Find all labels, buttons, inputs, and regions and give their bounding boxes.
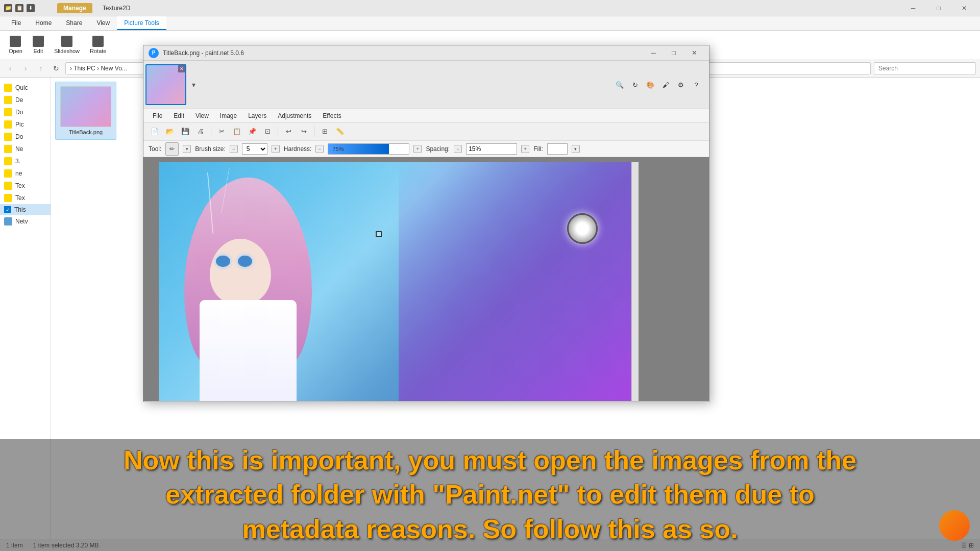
toolbar-save-button[interactable]: 💾 (178, 124, 192, 139)
folder-icon (4, 96, 12, 104)
hardness-minus-button[interactable]: − (315, 145, 324, 153)
sidebar-item-ne[interactable]: Ne (0, 143, 51, 155)
menu-layers[interactable]: Layers (243, 111, 272, 121)
pencil-tool-icon[interactable]: ✏ (165, 142, 179, 156)
paintnet-close-button[interactable]: ✕ (684, 47, 704, 59)
tab-manage[interactable]: Manage (57, 3, 92, 13)
tool-settings-icon[interactable]: ⚙ (674, 78, 688, 91)
canvas-scrollbar-vertical[interactable] (631, 162, 639, 401)
thumbnail-scroll-arrow[interactable]: ▾ (188, 80, 199, 90)
brush-size-label: Brush size: (195, 145, 225, 153)
toolbar-undo-button[interactable]: ↩ (281, 124, 296, 139)
tool-dropdown-button[interactable]: ▾ (183, 145, 191, 153)
tool-color-wheel-icon[interactable]: 🎨 (644, 78, 657, 91)
paintnet-minimize-button[interactable]: ─ (644, 47, 663, 59)
character-orb (567, 213, 598, 244)
ribbon-tab-row: File Home Share View Picture Tools (0, 16, 980, 31)
sidebar-item-label: Netv (15, 218, 28, 225)
sidebar-item-this-pc[interactable]: ✓ This (0, 204, 51, 215)
quick-icon-clipboard[interactable]: 📋 (15, 4, 23, 12)
ribbon-tab-picture-tools[interactable]: Picture Tools (117, 16, 166, 30)
toolbar-cut-button[interactable]: ✂ (214, 124, 229, 139)
explorer-close-button[interactable]: ✕ (952, 1, 976, 15)
nav-forward-button[interactable]: › (19, 62, 32, 74)
nav-up-button[interactable]: ↑ (35, 62, 47, 74)
folder-icon (4, 194, 12, 202)
ribbon-tab-home[interactable]: Home (28, 16, 59, 30)
menu-file[interactable]: File (148, 111, 167, 121)
brush-size-select[interactable]: 5 10 15 20 (242, 143, 267, 155)
sidebar-item-ne2[interactable]: ne (0, 167, 51, 180)
paintnet-window-controls: ─ □ ✕ (644, 47, 704, 59)
ribbon-btn-rotate[interactable]: Rotate (85, 33, 111, 57)
hardness-plus-button[interactable]: + (413, 145, 422, 153)
ribbon-btn-open[interactable]: Open (4, 33, 27, 57)
toolbar-open-button[interactable]: 📂 (163, 124, 177, 139)
explorer-titlebar: 📁 📋 ⬇ Manage Texture2D ─ □ ✕ (0, 0, 980, 16)
explorer-maximize-button[interactable]: □ (927, 1, 950, 15)
sidebar-item-de[interactable]: De (0, 94, 51, 106)
menu-adjustments[interactable]: Adjustments (273, 111, 316, 121)
ribbon-tab-view[interactable]: View (89, 16, 117, 30)
folder-icon (4, 84, 12, 92)
toolbar-grid-button[interactable]: ⊞ (317, 124, 332, 139)
sidebar-item-pic[interactable]: Pic (0, 118, 51, 131)
folder-icon (4, 120, 12, 129)
slideshow-icon (61, 36, 72, 47)
sidebar-item-label: Tex (15, 194, 25, 202)
toolbar-print-button[interactable]: 🖨 (193, 124, 208, 139)
toolbar-separator-2 (278, 126, 278, 137)
brush-size-plus-button[interactable]: + (272, 145, 280, 153)
toolbar-new-button[interactable]: 📄 (148, 124, 162, 139)
toolbar-ruler-button[interactable]: 📏 (333, 124, 347, 139)
toolbar-copy-button[interactable]: 📋 (230, 124, 244, 139)
canvas-image (159, 162, 639, 401)
menu-edit[interactable]: Edit (168, 111, 189, 121)
ribbon-btn-edit[interactable]: Edit (28, 33, 48, 57)
toolbar-redo-button[interactable]: ↪ (297, 124, 311, 139)
thumbnail-close-button[interactable]: ✕ (178, 65, 185, 72)
explorer-window-controls: ─ □ ✕ (901, 1, 976, 15)
sidebar-item-tex2[interactable]: Tex (0, 192, 51, 204)
thumb-image (61, 87, 111, 127)
menu-image[interactable]: Image (215, 111, 242, 121)
nav-back-button[interactable]: ‹ (4, 62, 16, 74)
spacing-input[interactable] (466, 143, 517, 155)
spacing-minus-button[interactable]: − (454, 145, 462, 153)
paintnet-canvas-area[interactable] (143, 157, 709, 401)
quick-icon-down[interactable]: ⬇ (27, 4, 35, 12)
file-item-titleback[interactable]: TitleBack.png (55, 82, 116, 140)
explorer-minimize-button[interactable]: ─ (901, 1, 925, 15)
toolbar-paste-button[interactable]: 📌 (245, 124, 259, 139)
search-input[interactable] (874, 62, 976, 74)
tool-help-icon[interactable]: ? (690, 78, 703, 91)
tool-palette-icon[interactable]: 🖌 (659, 78, 672, 91)
hardness-bar[interactable]: 75% (328, 143, 409, 155)
character-face (210, 239, 271, 305)
menu-effects[interactable]: Effects (317, 111, 346, 121)
quick-icon-folder[interactable]: 📁 (4, 4, 12, 12)
tool-search-icon[interactable]: 🔍 (613, 78, 626, 91)
sidebar-item-3[interactable]: 3. (0, 155, 51, 167)
toolbar-crop-button[interactable]: ⊡ (260, 124, 275, 139)
tab-texture[interactable]: Texture2D (96, 3, 137, 13)
ribbon-tab-share[interactable]: Share (59, 16, 89, 30)
tool-refresh-icon[interactable]: ↻ (628, 78, 642, 91)
sidebar-item-quic[interactable]: Quic (0, 82, 51, 94)
rotate-label: Rotate (90, 48, 106, 54)
paintnet-maximize-button[interactable]: □ (664, 47, 683, 59)
fill-color-indicator[interactable] (547, 143, 568, 155)
sidebar-item-label: Ne (15, 145, 23, 153)
sidebar-item-label: ne (15, 170, 22, 177)
menu-view[interactable]: View (190, 111, 214, 121)
sidebar-item-do2[interactable]: Do (0, 131, 51, 143)
nav-refresh-button[interactable]: ↻ (50, 62, 62, 74)
fill-dropdown-button[interactable]: ▾ (572, 145, 580, 153)
brush-size-minus-button[interactable]: − (230, 145, 238, 153)
spacing-plus-button[interactable]: + (521, 145, 529, 153)
ribbon-tab-file[interactable]: File (4, 16, 28, 30)
sidebar-item-tex1[interactable]: Tex (0, 180, 51, 192)
sidebar-item-network[interactable]: Netv (0, 215, 51, 228)
sidebar-item-do1[interactable]: Do (0, 106, 51, 118)
ribbon-btn-slideshow[interactable]: Slideshow (50, 33, 84, 57)
